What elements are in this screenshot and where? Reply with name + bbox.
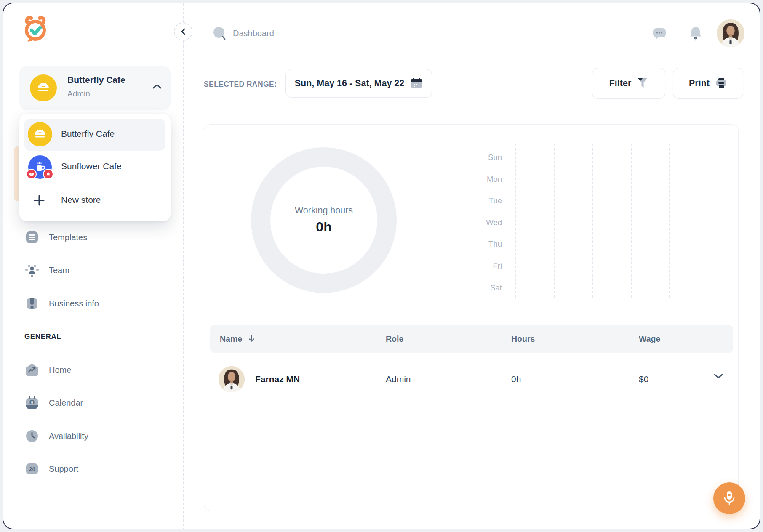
store-option-sunflower[interactable]: Sunflower Cafe [19, 154, 171, 184]
donut-center-label: Working hours [295, 205, 353, 216]
templates-icon [24, 230, 40, 245]
axis-tick: Tue [461, 195, 502, 206]
home-icon [24, 362, 40, 378]
voice-assistant-fab[interactable] [713, 482, 745, 514]
cell-role: Admin [386, 365, 411, 394]
weekday-axis: Sun Mon Tue Wed Thu Fri Sat [461, 125, 502, 301]
support-24-icon: 24 [24, 461, 40, 476]
cloche-icon [36, 82, 51, 94]
store-selector[interactable]: Butterfly Cafe Admin [19, 66, 171, 110]
new-store-button[interactable]: New store [19, 188, 171, 214]
axis-tick: Sun [461, 152, 502, 163]
message-badge [26, 169, 37, 179]
sidebar-item-label: Calendar [49, 391, 83, 415]
chart-gridline [554, 144, 555, 298]
column-header-wage[interactable]: Wage [639, 325, 660, 353]
chart-gridline [515, 144, 516, 298]
store-menu: Butterfly Cafe [19, 114, 171, 221]
sidebar-item-calendar[interactable]: 8 Calendar [3, 391, 184, 415]
calendar-icon: 8 [24, 395, 40, 410]
cloche-icon [33, 128, 47, 140]
store-option-label: Butterfly Cafe [61, 129, 115, 139]
user-avatar[interactable] [717, 19, 744, 47]
sidebar-item-home[interactable]: Home [3, 358, 184, 382]
axis-tick: Wed [461, 217, 502, 228]
donut-center-value: 0h [316, 219, 331, 235]
dashboard-panel: Working hours 0h Sun Mon Tue Wed Thu Fri… [204, 124, 739, 511]
sort-down-icon [248, 335, 255, 343]
printer-icon [715, 77, 727, 89]
alarm-clock-logo-icon [22, 15, 49, 43]
sidebar-item-label: Home [49, 358, 71, 382]
store-avatar [30, 74, 57, 101]
plus-icon [33, 194, 45, 207]
sidebar-section-heading: GENERAL [24, 332, 61, 341]
axis-tick: Mon [461, 174, 502, 185]
print-button-label: Print [689, 78, 710, 89]
sidebar-item-label: Support [49, 457, 78, 481]
axis-tick: Thu [461, 239, 502, 250]
chevron-up-icon [152, 83, 163, 90]
cell-wage: $0 [639, 365, 648, 394]
column-header-hours[interactable]: Hours [511, 325, 535, 353]
date-range-value: Sun, May 16 - Sat, May 22 [295, 78, 405, 89]
sidebar-item-templates[interactable]: Templates [3, 226, 184, 249]
chevron-down-icon [713, 372, 724, 379]
filter-button-label: Filter [609, 78, 632, 89]
notifications-bell-icon[interactable] [689, 26, 702, 41]
cell-hours: 0h [511, 365, 521, 394]
cell-name: Farnaz MN [255, 365, 300, 394]
axis-tick: Sat [461, 282, 502, 293]
column-header-role[interactable]: Role [386, 325, 403, 353]
store-name: Butterfly Cafe [67, 75, 125, 85]
sidebar-item-label: Availability [49, 424, 88, 448]
working-hours-donut-chart: Working hours 0h [251, 147, 397, 293]
print-button[interactable]: Print [673, 68, 743, 99]
chat-badge-icon [29, 172, 34, 176]
alert-badge [43, 169, 53, 179]
chart-gridline [592, 144, 593, 298]
employee-avatar [219, 366, 245, 392]
chart-gridline [631, 144, 632, 298]
sidebar-item-availability[interactable]: Availability [3, 424, 184, 448]
storefront-icon [24, 296, 40, 311]
chat-icon[interactable] [652, 27, 667, 40]
row-expand-button[interactable] [713, 372, 726, 386]
column-header-name[interactable]: Name [220, 325, 255, 353]
chevron-left-icon [180, 28, 186, 35]
bell-badge-icon [46, 172, 51, 176]
store-option-avatar [28, 122, 52, 146]
sidebar-collapse-button[interactable] [174, 22, 192, 41]
microphone-icon [722, 490, 736, 506]
store-option-label: Sunflower Cafe [61, 161, 122, 171]
chart-gridline [669, 144, 670, 298]
sidebar-item-label: Team [49, 258, 69, 282]
svg-text:8: 8 [31, 400, 33, 404]
column-header-label: Name [220, 334, 242, 343]
selected-range-label: SELECTED RANGE: [204, 80, 277, 89]
search-icon[interactable] [212, 26, 227, 41]
store-role: Admin [67, 89, 90, 98]
sidebar-item-label: Templates [49, 226, 87, 249]
app-logo [22, 15, 49, 43]
calendar-picker-icon [410, 77, 423, 90]
filter-funnel-icon [637, 77, 648, 89]
sidebar-item-support[interactable]: 24 Support [3, 457, 184, 481]
filter-button[interactable]: Filter [592, 68, 665, 99]
new-store-label: New store [61, 195, 101, 205]
sidebar-item-label: Business info [49, 292, 99, 315]
sidebar: Butterfly Cafe Admin Butterfly Cafe [3, 3, 184, 529]
date-range-button[interactable]: Sun, May 16 - Sat, May 22 [285, 69, 432, 98]
app-window: Butterfly Cafe Admin Butterfly Cafe [3, 3, 760, 529]
store-option-butterfly[interactable]: Butterfly Cafe [19, 119, 171, 151]
sidebar-item-team[interactable]: Team [3, 258, 184, 282]
sidebar-item-business-info[interactable]: Business info [3, 292, 184, 315]
svg-text:24: 24 [29, 466, 35, 472]
axis-tick: Fri [461, 261, 502, 271]
page-title: Dashboard [233, 29, 274, 38]
table-row: Farnaz MN Admin 0h $0 [204, 358, 739, 400]
team-icon [24, 263, 40, 278]
clock-icon [24, 428, 40, 444]
